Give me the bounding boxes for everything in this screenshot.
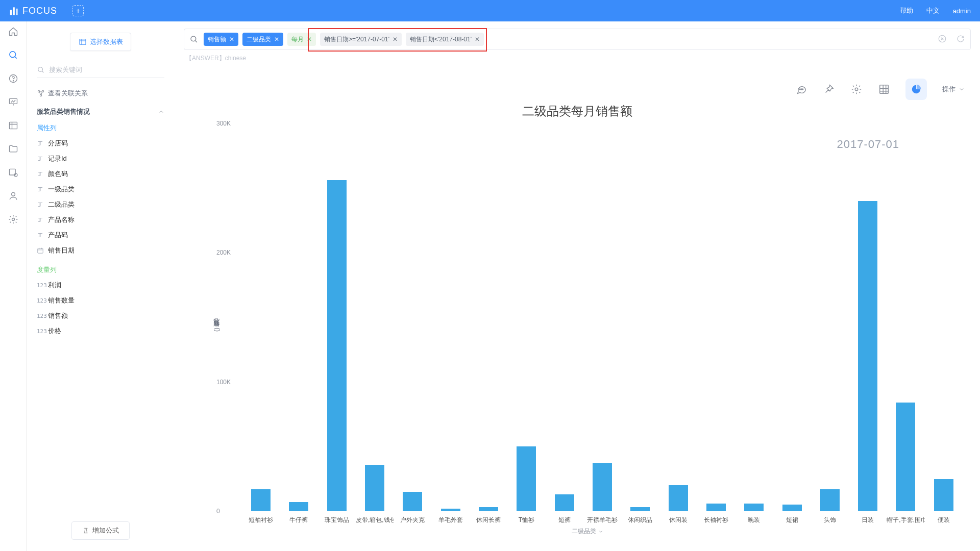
chart-bar[interactable] (441, 509, 460, 511)
topbar: FOCUS + 帮助 中文 admin (0, 0, 980, 21)
view-relation-link[interactable]: 查看关联关系 (37, 89, 164, 98)
side-search-input[interactable] (49, 66, 164, 73)
svg-point-18 (191, 36, 196, 41)
x-tick-label: 休闲织品 (621, 516, 659, 524)
svg-point-11 (12, 218, 14, 221)
x-tick-label: 牛仔裤 (280, 516, 317, 524)
nav-rail (0, 21, 27, 551)
chart-bar[interactable] (479, 507, 498, 511)
y-axis-label: 销售额(总和) (212, 328, 221, 332)
help-link[interactable]: 帮助 (900, 6, 913, 15)
chart-bar[interactable] (782, 505, 802, 511)
measure-section-label: 度量列 (37, 265, 164, 274)
chart-bar[interactable] (630, 507, 650, 511)
attr-item[interactable]: 销售日期 (37, 246, 164, 255)
chart-bar[interactable] (555, 494, 574, 511)
measure-item[interactable]: 123价格 (37, 327, 164, 336)
attr-item[interactable]: 一级品类 (37, 185, 164, 194)
chart-bar[interactable] (517, 446, 536, 511)
x-tick-label: 户外夹克 (394, 516, 431, 524)
svg-rect-2 (16, 9, 17, 15)
chart-bar[interactable] (744, 504, 764, 511)
user-icon[interactable] (8, 191, 18, 201)
settings-data-icon[interactable] (8, 167, 18, 178)
measure-item[interactable]: 123利润 (37, 281, 164, 290)
x-tick-label: 羊毛外套 (432, 516, 470, 524)
folder-icon[interactable] (8, 144, 18, 154)
chip-measure[interactable]: 销售额✕ (204, 33, 238, 46)
x-tick-label: T恤衫 (507, 516, 545, 524)
chart-bar[interactable] (365, 465, 384, 511)
x-tick-label: 休闲装 (659, 516, 697, 524)
attr-item[interactable]: 产品码 (37, 231, 164, 240)
attr-item[interactable]: 颜色码 (37, 169, 164, 179)
x-tick-label: 便装 (925, 516, 963, 524)
chart-bar[interactable] (403, 492, 422, 511)
add-formula-label: 增加公式 (92, 526, 119, 535)
x-tick-label: 开襟羊毛衫 (583, 516, 621, 524)
highlight-box (308, 28, 487, 52)
x-tick-label: 短袖衬衫 (242, 516, 280, 524)
svg-point-3 (9, 52, 15, 58)
brand-text: FOCUS (22, 6, 57, 16)
chart-bar[interactable] (896, 403, 915, 511)
chart-bar[interactable] (327, 180, 347, 511)
table-icon[interactable] (8, 120, 18, 131)
close-icon[interactable]: ✕ (274, 36, 279, 43)
refresh-icon[interactable] (956, 34, 965, 45)
x-tick-label: 休闲长裤 (470, 516, 507, 524)
new-tab-button[interactable]: + (72, 5, 84, 16)
chart-bar[interactable] (289, 502, 308, 511)
search-nav-icon[interactable] (8, 50, 18, 60)
measure-item[interactable]: 123销售额 (37, 311, 164, 320)
svg-point-13 (38, 67, 43, 71)
x-tick-label: 帽子,手套,围巾 (887, 516, 924, 524)
chip-dimension[interactable]: 二级品类✕ (242, 33, 283, 46)
lang-link[interactable]: 中文 (926, 6, 940, 15)
side-search[interactable] (37, 62, 164, 78)
chart-title: 二级品类每月销售额 (184, 103, 971, 119)
main-area: 销售额✕ 二级品类✕ 每月✕ 销售日期>='2017-07-01'✕ 销售日期<… (175, 21, 980, 551)
chart-bar[interactable] (820, 489, 840, 511)
query-bar[interactable]: 销售额✕ 二级品类✕ 每月✕ 销售日期>='2017-07-01'✕ 销售日期<… (184, 29, 971, 50)
chevron-down-icon (598, 529, 603, 534)
chart-bar[interactable] (858, 201, 877, 511)
view-relation-label: 查看关联关系 (48, 89, 88, 98)
select-table-label: 选择数据表 (90, 37, 123, 46)
user-link[interactable]: admin (953, 7, 971, 15)
attr-item[interactable]: 分店码 (37, 139, 164, 148)
x-axis-label: 二级品类 (572, 527, 603, 536)
chart-bar[interactable] (706, 504, 726, 511)
logo-icon (9, 6, 19, 16)
side-panel: 选择数据表 查看关联关系 服装品类销售情况 属性列 分店码记录Id颜色码一级品类… (27, 21, 175, 551)
x-tick-label: 珠宝饰品 (318, 516, 356, 524)
search-icon (37, 66, 45, 74)
select-table-button[interactable]: 选择数据表 (70, 33, 131, 51)
add-formula-button[interactable]: 增加公式 (71, 521, 130, 540)
presentation-icon[interactable] (8, 97, 18, 107)
measure-item[interactable]: 123销售数量 (37, 296, 164, 305)
brand-logo: FOCUS (9, 6, 57, 16)
chart-area: 二级品类每月销售额 2017-07-01 销售额(总和) 0100K200K30… (184, 72, 971, 551)
help-nav-icon[interactable] (8, 73, 18, 84)
svg-rect-17 (38, 248, 43, 253)
attr-item[interactable]: 产品名称 (37, 215, 164, 224)
clear-icon[interactable] (938, 34, 947, 45)
svg-rect-0 (10, 10, 12, 15)
svg-rect-12 (80, 39, 86, 45)
gear-icon[interactable] (8, 214, 18, 224)
attr-item[interactable]: 记录Id (37, 154, 164, 163)
x-tick-label: 日装 (849, 516, 887, 524)
x-tick-label: 短裤 (546, 516, 583, 524)
x-tick-label: 短裙 (773, 516, 811, 524)
chart-bar[interactable] (669, 485, 688, 511)
close-icon[interactable]: ✕ (229, 36, 234, 43)
home-icon[interactable] (8, 27, 18, 37)
chart-bar[interactable] (593, 463, 612, 511)
chart-bar[interactable] (934, 479, 953, 511)
chart-bar[interactable] (251, 489, 271, 511)
group-header[interactable]: 服装品类销售情况 (37, 107, 164, 116)
svg-point-10 (11, 192, 15, 196)
attr-item[interactable]: 二级品类 (37, 200, 164, 209)
answer-hint: 【ANSWER】chinese (186, 54, 969, 63)
